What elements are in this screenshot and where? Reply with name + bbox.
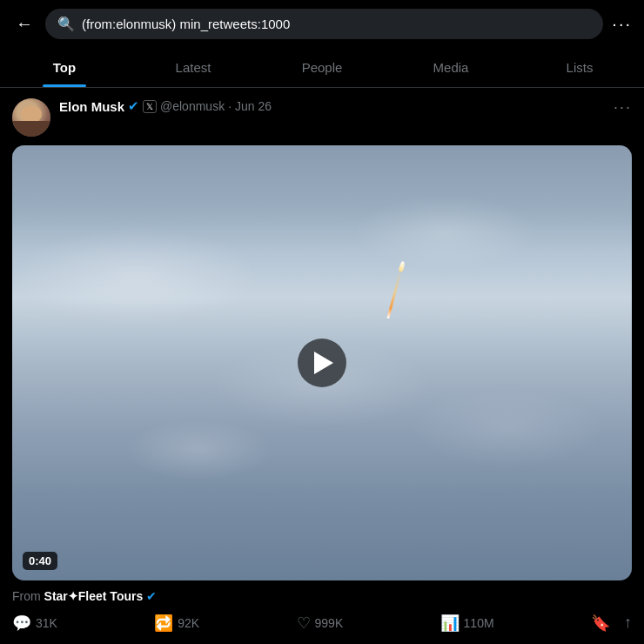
tab-media[interactable]: Media	[386, 48, 515, 87]
tab-top[interactable]: Top	[0, 48, 129, 87]
retweet-icon: 🔁	[154, 614, 173, 633]
play-icon	[314, 352, 333, 374]
search-tabs: Top Latest People Media Lists	[0, 48, 644, 88]
more-options-button[interactable]: ···	[612, 14, 632, 34]
views-count: 110M	[464, 616, 494, 630]
tweet-card: Elon Musk ✔ 𝕏 @elonmusk · Jun 26 ··· 0:4…	[0, 88, 644, 644]
top-bar: ← 🔍 (from:elonmusk) min_retweets:1000 ··…	[0, 0, 644, 48]
source-verified-icon: ✔	[146, 589, 157, 603]
back-button[interactable]: ←	[12, 10, 37, 37]
retweet-count: 92K	[178, 616, 199, 630]
tweet-secondary-actions: 🔖 ↑	[591, 614, 632, 633]
search-query-text: (from:elonmusk) min_retweets:1000	[82, 17, 290, 31]
source-prefix: From	[12, 589, 41, 603]
comment-icon: 💬	[12, 614, 31, 633]
comment-action[interactable]: 💬 31K	[12, 614, 57, 633]
avatar[interactable]	[12, 98, 50, 137]
tweet-actions: 💬 31K 🔁 92K ♡ 999K 📊 110M 🔖 ↑	[12, 612, 632, 634]
search-bar[interactable]: 🔍 (from:elonmusk) min_retweets:1000	[45, 9, 603, 39]
tab-latest[interactable]: Latest	[129, 48, 258, 87]
views-action[interactable]: 📊 110M	[440, 614, 494, 633]
video-duration-badge: 0:40	[23, 552, 57, 570]
bookmark-icon[interactable]: 🔖	[591, 614, 610, 633]
user-name-row: Elon Musk ✔ 𝕏 @elonmusk · Jun 26	[59, 98, 605, 114]
verified-badge-icon: ✔	[128, 98, 139, 114]
share-icon[interactable]: ↑	[624, 614, 632, 633]
tweet-source-line: From Star✦Fleet Tours ✔	[12, 589, 632, 603]
tweet-date: · Jun 26	[228, 99, 272, 113]
views-icon: 📊	[440, 614, 460, 633]
x-platform-badge: 𝕏	[143, 100, 157, 113]
rocket-trail	[387, 268, 403, 319]
tweet-user-info: Elon Musk ✔ 𝕏 @elonmusk · Jun 26	[59, 98, 605, 114]
user-name[interactable]: Elon Musk	[59, 99, 124, 114]
tweet-video[interactable]: 0:40	[12, 145, 632, 580]
like-count: 999K	[315, 616, 344, 630]
comment-count: 31K	[36, 616, 57, 630]
play-button[interactable]	[298, 339, 346, 387]
tweet-header: Elon Musk ✔ 𝕏 @elonmusk · Jun 26 ···	[12, 98, 632, 137]
heart-icon: ♡	[297, 614, 311, 633]
retweet-action[interactable]: 🔁 92K	[154, 614, 199, 633]
tweet-more-button[interactable]: ···	[614, 98, 632, 117]
search-icon: 🔍	[57, 16, 75, 32]
user-handle[interactable]: @elonmusk	[160, 99, 225, 113]
like-action[interactable]: ♡ 999K	[297, 614, 344, 633]
tab-people[interactable]: People	[258, 48, 386, 87]
tab-lists[interactable]: Lists	[515, 48, 644, 87]
source-name[interactable]: Star✦Fleet Tours	[44, 589, 144, 603]
